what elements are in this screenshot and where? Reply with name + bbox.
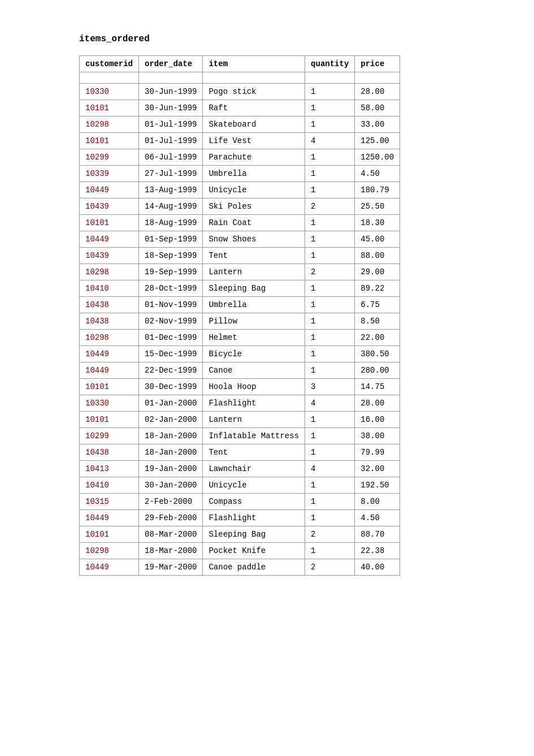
cell-7-0: 10439 — [80, 198, 139, 215]
table-row: 1029918-Jan-2000Inflatable Mattress138.0… — [80, 428, 400, 444]
col-header-item: item — [203, 56, 305, 72]
cell-6-2: Unicycle — [203, 182, 305, 198]
cell-29-2: Canoe paddle — [203, 559, 305, 576]
table-row: 1043918-Sep-1999Tent188.00 — [80, 248, 400, 264]
table-row: 1044915-Dec-1999Bicycle1380.50 — [80, 346, 400, 362]
table-row: 1010108-Mar-2000Sleeping Bag288.70 — [80, 526, 400, 543]
cell-22-3: 1 — [305, 444, 355, 461]
table-row: 1044901-Sep-1999Snow Shoes145.00 — [80, 231, 400, 248]
cell-15-3: 1 — [305, 330, 355, 346]
col-header-price: price — [355, 56, 400, 72]
cell-23-4: 32.00 — [355, 461, 400, 477]
cell-6-4: 180.79 — [355, 182, 400, 198]
cell-6-1: 13-Aug-1999 — [139, 182, 203, 198]
cell-15-4: 22.00 — [355, 330, 400, 346]
cell-17-0: 10449 — [80, 362, 139, 379]
cell-28-1: 18-Mar-2000 — [139, 543, 203, 559]
cell-2-1: 01-Jul-1999 — [139, 116, 203, 133]
cell-17-2: Canoe — [203, 362, 305, 379]
page-title: items_ordered — [79, 34, 455, 44]
cell-13-4: 6.75 — [355, 297, 400, 313]
cell-4-0: 10299 — [80, 149, 139, 166]
cell-2-4: 33.00 — [355, 116, 400, 133]
cell-26-1: 29-Feb-2000 — [139, 510, 203, 526]
table-row: 1044919-Mar-2000Canoe paddle240.00 — [80, 559, 400, 576]
cell-27-3: 2 — [305, 526, 355, 543]
cell-14-3: 1 — [305, 313, 355, 330]
cell-22-1: 18-Jan-2000 — [139, 444, 203, 461]
cell-14-2: Pillow — [203, 313, 305, 330]
cell-16-0: 10449 — [80, 346, 139, 362]
cell-3-0: 10101 — [80, 133, 139, 149]
cell-6-3: 1 — [305, 182, 355, 198]
cell-20-4: 16.00 — [355, 412, 400, 428]
cell-11-1: 19-Sep-1999 — [139, 264, 203, 280]
cell-8-3: 1 — [305, 215, 355, 231]
cell-21-1: 18-Jan-2000 — [139, 428, 203, 444]
cell-5-4: 4.50 — [355, 166, 400, 182]
table-row: 1033927-Jul-1999Umbrella14.50 — [80, 166, 400, 182]
cell-28-0: 10298 — [80, 543, 139, 559]
cell-4-1: 06-Jul-1999 — [139, 149, 203, 166]
cell-29-1: 19-Mar-2000 — [139, 559, 203, 576]
cell-25-4: 8.00 — [355, 494, 400, 510]
cell-19-2: Flashlight — [203, 395, 305, 412]
cell-12-2: Sleeping Bag — [203, 280, 305, 297]
table-row: 1044929-Feb-2000Flashlight14.50 — [80, 510, 400, 526]
cell-21-2: Inflatable Mattress — [203, 428, 305, 444]
table-row: 1033001-Jan-2000Flashlight428.00 — [80, 395, 400, 412]
cell-14-4: 8.50 — [355, 313, 400, 330]
cell-5-0: 10339 — [80, 166, 139, 182]
cell-22-2: Tent — [203, 444, 305, 461]
cell-23-0: 10413 — [80, 461, 139, 477]
cell-20-3: 1 — [305, 412, 355, 428]
table-row: 1041319-Jan-2000Lawnchair432.00 — [80, 461, 400, 477]
cell-17-3: 1 — [305, 362, 355, 379]
cell-7-1: 14-Aug-1999 — [139, 198, 203, 215]
cell-20-1: 02-Jan-2000 — [139, 412, 203, 428]
table-row: 1029906-Jul-1999Parachute11250.00 — [80, 149, 400, 166]
cell-4-3: 1 — [305, 149, 355, 166]
cell-15-1: 01-Dec-1999 — [139, 330, 203, 346]
cell-23-2: Lawnchair — [203, 461, 305, 477]
cell-16-2: Bicycle — [203, 346, 305, 362]
table-row: 1010130-Jun-1999Raft158.00 — [80, 100, 400, 116]
cell-26-4: 4.50 — [355, 510, 400, 526]
cell-7-2: Ski Poles — [203, 198, 305, 215]
col-header-quantity: quantity — [305, 56, 355, 72]
cell-7-4: 25.50 — [355, 198, 400, 215]
cell-19-3: 4 — [305, 395, 355, 412]
cell-19-1: 01-Jan-2000 — [139, 395, 203, 412]
cell-3-4: 125.00 — [355, 133, 400, 149]
cell-27-0: 10101 — [80, 526, 139, 543]
cell-3-2: Life Vest — [203, 133, 305, 149]
cell-11-3: 2 — [305, 264, 355, 280]
cell-25-3: 1 — [305, 494, 355, 510]
cell-17-1: 22-Dec-1999 — [139, 362, 203, 379]
col-header-customerid: customerid — [80, 56, 139, 72]
cell-25-2: Compass — [203, 494, 305, 510]
table-row: 103152-Feb-2000Compass18.00 — [80, 494, 400, 510]
cell-0-1: 30-Jun-1999 — [139, 84, 203, 100]
cell-2-3: 1 — [305, 116, 355, 133]
cell-13-0: 10438 — [80, 297, 139, 313]
cell-2-2: Skateboard — [203, 116, 305, 133]
cell-27-1: 08-Mar-2000 — [139, 526, 203, 543]
table-row: 1029801-Jul-1999Skateboard133.00 — [80, 116, 400, 133]
cell-19-0: 10330 — [80, 395, 139, 412]
table-row: 1033030-Jun-1999Pogo stick128.00 — [80, 84, 400, 100]
cell-0-4: 28.00 — [355, 84, 400, 100]
table-row: 1041028-Oct-1999Sleeping Bag189.22 — [80, 280, 400, 297]
cell-25-0: 10315 — [80, 494, 139, 510]
table-row: 1010130-Dec-1999Hoola Hoop314.75 — [80, 379, 400, 395]
cell-26-3: 1 — [305, 510, 355, 526]
cell-1-1: 30-Jun-1999 — [139, 100, 203, 116]
cell-14-0: 10438 — [80, 313, 139, 330]
items-ordered-table: customerid order_date item quantity pric… — [79, 55, 400, 576]
cell-9-0: 10449 — [80, 231, 139, 248]
cell-1-0: 10101 — [80, 100, 139, 116]
table-row: 1029819-Sep-1999Lantern229.00 — [80, 264, 400, 280]
cell-28-3: 1 — [305, 543, 355, 559]
cell-10-3: 1 — [305, 248, 355, 264]
table-row: 1043801-Nov-1999Umbrella16.75 — [80, 297, 400, 313]
